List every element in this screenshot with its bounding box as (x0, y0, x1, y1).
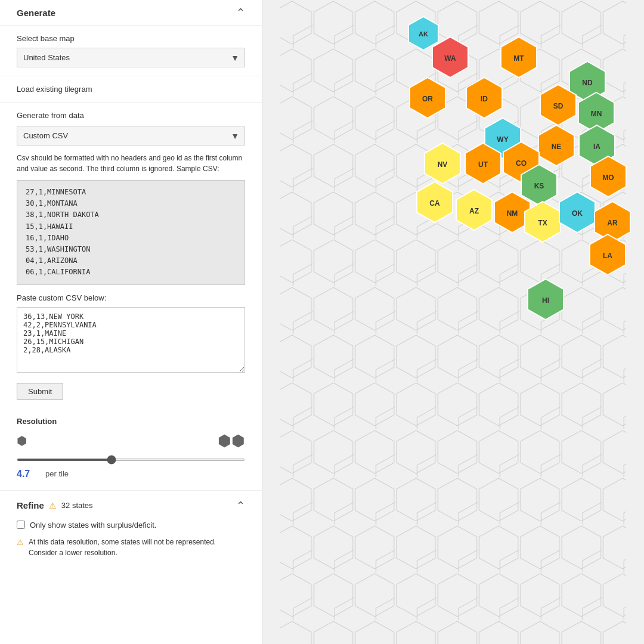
data-type-select[interactable]: Custom CSV Upload CSV (17, 126, 245, 145)
svg-text:AR: AR (607, 219, 618, 227)
hex-map-svg: AK WA MT ND OR ID SD (262, 0, 644, 644)
resolution-icon-row: ⬢ ⬢⬢ (17, 432, 245, 450)
resolution-value-row: 4.7 per tile (17, 469, 245, 479)
refine-section: Refine ⚠ 32 states ⌃ Only show states wi… (0, 491, 262, 566)
svg-text:IA: IA (593, 143, 600, 151)
svg-text:MT: MT (513, 54, 524, 63)
generate-title: Generate (17, 8, 55, 18)
resolution-slider[interactable] (17, 459, 245, 461)
base-map-select[interactable]: United States World Europe (17, 48, 245, 67)
svg-text:MN: MN (591, 110, 602, 118)
resolution-warning-icon: ⚠ (17, 537, 25, 549)
load-tilegram-link[interactable]: Load existing tilegram (0, 76, 262, 103)
svg-text:NM: NM (507, 209, 518, 218)
csv-info-text: Csv should be formatted with no headers … (17, 153, 245, 174)
svg-text:TX: TX (538, 219, 547, 227)
generate-from-data-section: Generate from data Custom CSV Upload CSV… (0, 103, 262, 408)
resolution-section: Resolution ⬢ ⬢⬢ 4.7 per tile (0, 408, 262, 491)
csv-sample-line: 30,1,MONTANA (26, 198, 236, 209)
base-map-label: Select base map (17, 34, 245, 43)
svg-text:WA: WA (444, 54, 456, 63)
csv-sample-line: 38,1,NORTH DAKOTA (26, 209, 236, 221)
svg-text:ID: ID (481, 95, 488, 103)
svg-text:CA: CA (429, 199, 440, 208)
resolution-value: 4.7 (17, 469, 41, 479)
generate-header: Generate ⌃ (0, 0, 262, 26)
refine-states-count: 32 states (61, 501, 93, 510)
csv-textarea[interactable]: 36,13,NEW YORK 42,2,PENNSYLVANIA 23,1,MA… (17, 307, 245, 373)
csv-sample-line: 04,1,ARIZONA (26, 255, 236, 267)
refine-title-group: Refine ⚠ 32 states (17, 500, 93, 510)
surplus-deficit-row: Only show states with surplus/deficit. (17, 521, 245, 530)
svg-text:CO: CO (516, 159, 527, 168)
resolution-warning: ⚠ At this data resolution, some states w… (17, 537, 245, 558)
base-map-section: Select base map United States World Euro… (0, 26, 262, 76)
per-tile-label: per tile (45, 469, 69, 478)
csv-sample-line: 15,1,HAWAII (26, 221, 236, 233)
generate-collapse-icon[interactable]: ⌃ (236, 6, 245, 19)
data-type-select-wrapper: Custom CSV Upload CSV ▼ (17, 126, 245, 145)
paste-csv-label: Paste custom CSV below: (17, 293, 245, 302)
svg-text:MO: MO (602, 174, 614, 182)
svg-text:HI: HI (542, 296, 549, 305)
csv-sample-line: 16,1,IDAHO (26, 233, 236, 244)
svg-text:NE: NE (552, 143, 562, 151)
resolution-small-icon: ⬢ (17, 434, 27, 448)
svg-text:ND: ND (582, 79, 593, 87)
svg-text:LA: LA (603, 252, 612, 260)
svg-text:NV: NV (438, 160, 448, 169)
svg-text:KS: KS (534, 182, 544, 190)
surplus-deficit-checkbox[interactable] (17, 521, 25, 529)
resolution-large-icon: ⬢⬢ (218, 432, 245, 450)
surplus-deficit-label: Only show states with surplus/deficit. (30, 521, 156, 530)
map-panel: AK WA MT ND OR ID SD (262, 0, 644, 644)
svg-text:AK: AK (419, 30, 428, 38)
csv-sample-line: 27,1,MINNESOTA (26, 187, 236, 198)
refine-title: Refine (17, 500, 44, 510)
refine-header: Refine ⚠ 32 states ⌃ (17, 499, 245, 512)
refine-collapse-icon[interactable]: ⌃ (236, 499, 245, 512)
csv-sample-line: 06,1,CALIFORNIA (26, 267, 236, 278)
svg-text:OK: OK (572, 209, 583, 218)
generate-from-data-label: Generate from data (17, 111, 245, 120)
csv-sample-line: 53,1,WASHINGTON (26, 244, 236, 255)
left-panel: Generate ⌃ Select base map United States… (0, 0, 262, 644)
csv-sample-box: 27,1,MINNESOTA 30,1,MONTANA 38,1,NORTH D… (17, 180, 245, 285)
svg-text:UT: UT (478, 160, 488, 169)
submit-button[interactable]: Submit (17, 383, 63, 400)
resolution-warning-text: At this data resolution, some states wil… (29, 537, 245, 558)
resolution-label: Resolution (17, 417, 245, 426)
svg-text:SD: SD (553, 102, 564, 110)
base-map-select-wrapper: United States World Europe ▼ (17, 48, 245, 67)
svg-text:OR: OR (422, 95, 433, 103)
svg-text:AZ: AZ (469, 207, 479, 215)
resolution-slider-wrapper (17, 454, 245, 463)
refine-warning-icon: ⚠ (49, 501, 57, 510)
svg-text:WY: WY (497, 135, 508, 144)
